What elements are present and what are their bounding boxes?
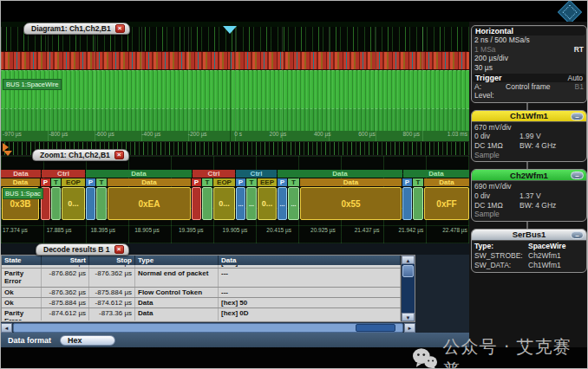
axis-tick-label: 20.415 µs [266, 227, 291, 236]
vertical-scrollbar[interactable]: ▲ ▼ [401, 256, 415, 321]
data-format-select[interactable]: Hex [60, 335, 115, 346]
trigger-type: Control frame [506, 82, 551, 92]
column-header-state[interactable]: State [2, 256, 42, 265]
field-segment-label: P [88, 178, 93, 186]
realtime-badge: RT [574, 45, 584, 55]
diagram1-window[interactable]: BUS 1:SpaceWire -970 µs-800 µs-600 µs-40… [1, 22, 469, 155]
horizontal-scroll-thumb[interactable] [356, 324, 395, 332]
column-header-stop[interactable]: Stop [89, 256, 135, 265]
value-band: 0x3B0...0xEA0.........0.........0x550xFF [1, 187, 469, 220]
close-icon[interactable]: × [115, 24, 125, 33]
vertical-scroll-track[interactable] [402, 278, 415, 313]
field-segment: Data [108, 178, 191, 186]
column-header-type[interactable]: Type [135, 256, 219, 265]
ch2-signal-badge[interactable]: Ch2Wfm1 – 690 mV/div 0 div1.37 V DC 1MΩB… [471, 169, 587, 222]
ch1-offset: 0 div [474, 132, 519, 141]
serbus-type-value: SpaceWire [528, 242, 565, 251]
ch1-signal-badge[interactable]: Ch1Wfm1 – 670 mV/div 0 div1.99 V DC 1MΩB… [471, 110, 587, 163]
axis-tick-label: 17.374 µs [3, 227, 28, 236]
close-icon[interactable]: × [114, 151, 124, 159]
cell-type: Data [135, 265, 219, 268]
decode-tab-label: Decode results B 1 [43, 245, 110, 254]
horizontal-scrollbar[interactable] [13, 323, 403, 333]
field-segment-label: T [206, 178, 210, 186]
value-box [402, 187, 412, 220]
decode-tab-row: Decode results B 1 × [1, 243, 469, 255]
table-row[interactable]: Ok-876.362 µs-875.884 µsFlow Control Tok… [2, 288, 415, 298]
ch2-coupling: DC 1MΩ [474, 201, 519, 210]
frame-segment: Data [403, 170, 469, 178]
decode-results-table: StateStartStopTypeData Ok-878.108 µs-876… [1, 255, 415, 322]
minimize-icon[interactable]: – [571, 113, 584, 120]
horizontal-title: Horizontal [475, 27, 513, 36]
table-row[interactable]: Parity Error-876.862 µs-876.362 µsNormal… [2, 269, 415, 287]
cell-stop: -875.884 µs [89, 288, 135, 297]
sidebar: Horizontal 2 ns / 500 MSa/s 1 MSa RT 200… [469, 22, 588, 347]
serbus-header[interactable]: SerBus1 – [472, 230, 586, 241]
scroll-up-icon[interactable]: ▲ [402, 256, 415, 264]
offset-row: 30 µs [474, 63, 584, 73]
axis-tick-label: 21.942 µs [398, 227, 423, 236]
watermark-text: 公众号 · 艾克赛普 [443, 335, 587, 369]
field-segment-label: T [100, 178, 104, 186]
zoom1-tab[interactable]: Zoom1: Ch1,Ch2,B1 × [32, 149, 129, 161]
value-box-label: 0xFF [436, 199, 456, 209]
frame-band: DataCtrlDataCtrlCtrlDataData [1, 170, 469, 178]
value-box: ... [246, 187, 257, 220]
value-box-label: ... [238, 201, 244, 207]
main-area: BUS 1:SpaceWire -970 µs-800 µs-600 µs-40… [1, 22, 469, 347]
field-segment: T [413, 178, 423, 186]
frame-segment-label: Data [428, 170, 443, 178]
zoom-range-marker-icon[interactable] [3, 151, 12, 156]
field-segment-label: T [54, 178, 58, 186]
value-box [96, 187, 107, 220]
value-box-label: 0xEA [138, 199, 160, 209]
serbus-strobe-value: Ch2Wfm1 [528, 251, 561, 261]
axis-tick-label: 200 µs [270, 131, 287, 139]
column-header-start[interactable]: Start [42, 256, 89, 265]
cell-state: Ok [2, 298, 42, 308]
field-segment-label: P [280, 178, 284, 186]
cell-type: Flow Control Token [135, 288, 219, 297]
ch1-header[interactable]: Ch1Wfm1 – [472, 111, 586, 122]
table-row[interactable]: Ok-875.884 µs-874.612 µsData[hex] 50 [2, 298, 415, 308]
serbus-signal-badge[interactable]: SerBus1 – Type:SpaceWire SW_STROBE:Ch2Wf… [471, 229, 587, 273]
field-segment: Data [1, 178, 40, 186]
diagram1-tab[interactable]: Diagram1: Ch1,Ch2,B1 × [23, 23, 130, 35]
table-row[interactable]: Parity Error-874.612 µs-873.36 µsData[he… [2, 308, 415, 320]
cell-data: --- [219, 288, 401, 297]
ch2-bandwidth: BW: 4 GHz [519, 201, 556, 210]
decode-results-tab[interactable]: Decode results B 1 × [36, 243, 129, 256]
trigger-level-row: Level: [474, 91, 584, 100]
column-header-data[interactable]: Data [219, 256, 401, 265]
trigger-mode: Auto [568, 74, 584, 82]
close-icon[interactable]: × [114, 245, 124, 254]
field-segment-label: P [194, 178, 199, 186]
frame-segment: Ctrl [236, 170, 277, 178]
serbus-data-label: SW_DATA: [474, 261, 528, 270]
minimize-icon[interactable]: – [571, 172, 584, 179]
ch1-scale: 670 mV/div [474, 123, 512, 133]
field-segment-label: Data [439, 178, 454, 186]
field-segment: T [288, 178, 299, 186]
minimize-icon[interactable]: – [571, 231, 584, 239]
ch2-body: 690 mV/div 0 div1.37 V DC 1MΩBW: 4 GHz S… [472, 181, 586, 221]
field-segment: P [402, 178, 412, 186]
value-box-label: ... [280, 201, 285, 207]
bus-label: BUS 1:SpaceWire [3, 79, 62, 90]
scroll-down-icon[interactable]: ▼ [402, 313, 415, 321]
scroll-right-icon[interactable]: ► [404, 323, 415, 333]
cell-type: Data [135, 298, 219, 308]
scroll-left-icon[interactable]: ◄ [1, 323, 12, 333]
field-segment-label: Data [141, 178, 156, 186]
vertical-scroll-thumb[interactable] [402, 265, 414, 277]
zoom1-window[interactable]: DataCtrlDataCtrlCtrlDataData DataPTEOPPT… [1, 155, 469, 243]
ch2-header[interactable]: Ch2Wfm1 – [472, 170, 586, 181]
frame-segment-label: Ctrl [251, 170, 263, 178]
ch2-value: 1.37 V [519, 191, 541, 201]
bus-label: BUS 1:Spac [3, 188, 43, 199]
trigger-position-marker[interactable] [223, 26, 237, 34]
frame-segment-label: Ctrl [208, 170, 220, 178]
horizontal-trigger-panel[interactable]: Horizontal 2 ns / 500 MSa/s 1 MSa RT 200… [471, 25, 587, 103]
field-segment: Data [424, 178, 469, 186]
